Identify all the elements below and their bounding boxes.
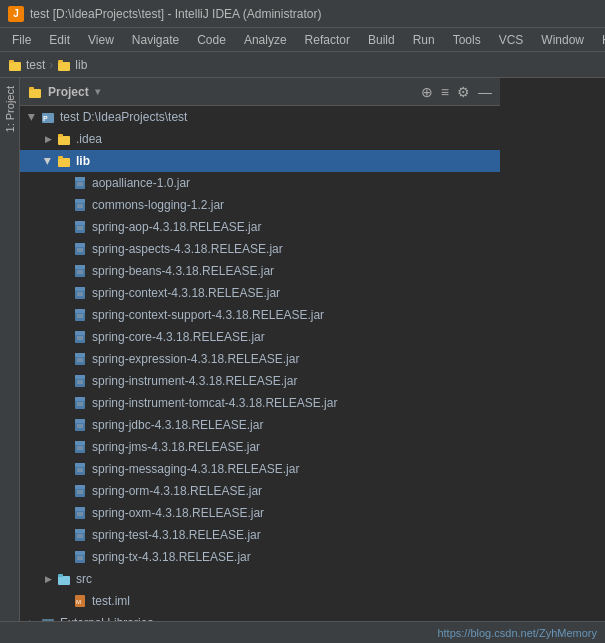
tree-jar-file[interactable]: ▶ spring-tx-4.3.18.RELEASE.jar [20,546,500,568]
panel-title-label: Project [48,85,89,99]
app-icon: J [8,6,24,22]
jar-icon [72,439,88,455]
tree-lib[interactable]: ▶ lib [20,150,500,172]
menu-item-run[interactable]: Run [405,31,443,49]
tree-jar-file[interactable]: ▶ spring-instrument-tomcat-4.3.18.RELEAS… [20,392,500,414]
file-tree[interactable]: ▶ P test D:\IdeaProjects\test ▶ [20,106,500,643]
idea-icon [56,131,72,147]
bottom-bar: https://blog.csdn.net/ZyhMemory [0,621,605,643]
menu-item-code[interactable]: Code [189,31,234,49]
svg-rect-3 [58,60,63,63]
svg-rect-45 [75,353,85,357]
jar-label: spring-aspects-4.3.18.RELEASE.jar [92,242,283,256]
svg-rect-2 [58,62,70,71]
menu-item-view[interactable]: View [80,31,122,49]
menu-item-window[interactable]: Window [533,31,592,49]
tree-jar-file[interactable]: ▶ spring-oxm-4.3.18.RELEASE.jar [20,502,500,524]
svg-rect-17 [75,199,85,203]
svg-rect-29 [75,265,85,269]
jar-label: spring-beans-4.3.18.RELEASE.jar [92,264,274,278]
root-arrow: ▶ [24,109,40,125]
svg-rect-13 [75,177,85,181]
svg-rect-65 [75,463,85,467]
menu-item-edit[interactable]: Edit [41,31,78,49]
settings-icon[interactable]: ⚙ [457,84,470,100]
svg-rect-21 [75,221,85,225]
jar-label: spring-jms-4.3.18.RELEASE.jar [92,440,260,454]
tree-jar-file[interactable]: ▶ spring-jdbc-4.3.18.RELEASE.jar [20,414,500,436]
breadcrumb-folder-icon [8,58,22,72]
menu-item-vcs[interactable]: VCS [491,31,532,49]
tree-jar-file[interactable]: ▶ spring-aop-4.3.18.RELEASE.jar [20,216,500,238]
tree-jar-file[interactable]: ▶ spring-messaging-4.3.18.RELEASE.jar [20,458,500,480]
jar-label: spring-aop-4.3.18.RELEASE.jar [92,220,261,234]
menu-item-navigate[interactable]: Navigate [124,31,187,49]
svg-rect-57 [75,419,85,423]
menu-bar: FileEditViewNavigateCodeAnalyzeRefactorB… [0,28,605,52]
breadcrumb-test[interactable]: test [26,58,45,72]
jar-icon [72,219,88,235]
idea-arrow: ▶ [40,131,56,147]
tree-src[interactable]: ▶ src [20,568,500,590]
jar-label: spring-context-4.3.18.RELEASE.jar [92,286,280,300]
svg-rect-5 [29,87,34,90]
tree-root[interactable]: ▶ P test D:\IdeaProjects\test [20,106,500,128]
project-tab-label[interactable]: 1: Project [2,82,18,136]
breadcrumb-lib[interactable]: lib [75,58,87,72]
menu-item-build[interactable]: Build [360,31,403,49]
tree-idea[interactable]: ▶ .idea [20,128,500,150]
tree-jar-file[interactable]: ▶ spring-jms-4.3.18.RELEASE.jar [20,436,500,458]
tree-jar-file[interactable]: ▶ commons-logging-1.2.jar [20,194,500,216]
jar-label: spring-messaging-4.3.18.RELEASE.jar [92,462,299,476]
menu-item-analyze[interactable]: Analyze [236,31,295,49]
jar-label: spring-orm-4.3.18.RELEASE.jar [92,484,262,498]
svg-rect-4 [29,89,41,98]
tree-jar-file[interactable]: ▶ spring-beans-4.3.18.RELEASE.jar [20,260,500,282]
menu-item-tools[interactable]: Tools [445,31,489,49]
tree-jar-file[interactable]: ▶ spring-test-4.3.18.RELEASE.jar [20,524,500,546]
jar-label: spring-instrument-4.3.18.RELEASE.jar [92,374,297,388]
tree-jar-file[interactable]: ▶ spring-aspects-4.3.18.RELEASE.jar [20,238,500,260]
svg-rect-73 [75,507,85,511]
tree-jar-file[interactable]: ▶ spring-context-4.3.18.RELEASE.jar [20,282,500,304]
tree-jar-file[interactable]: ▶ spring-context-support-4.3.18.RELEASE.… [20,304,500,326]
menu-item-help[interactable]: Help [594,31,605,49]
panel-dropdown-arrow[interactable]: ▾ [95,86,100,97]
panel-header: Project ▾ ⊕ ≡ ⚙ — [20,78,500,106]
jar-label: spring-test-4.3.18.RELEASE.jar [92,528,261,542]
breadcrumb-lib-icon [57,58,71,72]
jar-icon [72,307,88,323]
filter-icon[interactable]: ≡ [441,84,449,100]
jar-icon [72,241,88,257]
bottom-url: https://blog.csdn.net/ZyhMemory [437,627,597,639]
jar-icon [72,175,88,191]
jar-icon [72,527,88,543]
tree-iml[interactable]: ▶ M test.iml [20,590,500,612]
tree-jar-file[interactable]: ▶ spring-core-4.3.18.RELEASE.jar [20,326,500,348]
tree-jar-file[interactable]: ▶ spring-expression-4.3.18.RELEASE.jar [20,348,500,370]
add-icon[interactable]: ⊕ [421,84,433,100]
svg-rect-85 [58,574,63,577]
tree-jar-file[interactable]: ▶ aopalliance-1.0.jar [20,172,500,194]
project-panel: Project ▾ ⊕ ≡ ⚙ — ▶ P test [20,78,500,643]
src-label: src [76,572,92,586]
panel-action-icons: ⊕ ≡ ⚙ — [421,84,492,100]
svg-rect-49 [75,375,85,379]
tree-jar-file[interactable]: ▶ spring-instrument-4.3.18.RELEASE.jar [20,370,500,392]
svg-text:P: P [43,115,48,122]
idea-label: .idea [76,132,102,146]
lib-arrow: ▶ [40,153,56,169]
menu-item-file[interactable]: File [4,31,39,49]
tree-jar-file[interactable]: ▶ spring-orm-4.3.18.RELEASE.jar [20,480,500,502]
menu-item-refactor[interactable]: Refactor [297,31,358,49]
svg-rect-81 [75,551,85,555]
jar-icon [72,285,88,301]
lib-label: lib [76,154,90,168]
jar-icon [72,549,88,565]
jar-label: spring-expression-4.3.18.RELEASE.jar [92,352,299,366]
panel-title-group: Project ▾ [28,85,100,99]
svg-rect-8 [58,136,70,145]
src-icon [56,571,72,587]
jar-icon [72,329,88,345]
minimize-icon[interactable]: — [478,84,492,100]
